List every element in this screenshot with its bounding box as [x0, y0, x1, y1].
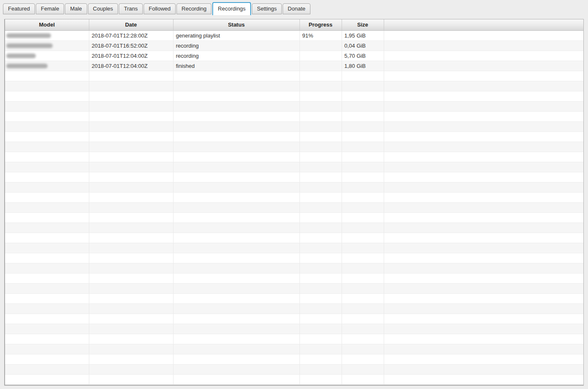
empty-row[interactable]: [5, 324, 583, 334]
column-header-status[interactable]: Status: [173, 19, 299, 30]
empty-cell: [299, 71, 342, 81]
empty-row[interactable]: [5, 364, 583, 374]
table-row[interactable]: 2018-07-01T12:04:00Zfinished1,80 GiB: [5, 61, 583, 71]
empty-row[interactable]: [5, 152, 583, 162]
empty-cell: [342, 192, 384, 202]
column-header-progress[interactable]: Progress: [299, 19, 342, 30]
empty-cell: [299, 263, 342, 273]
empty-row[interactable]: [5, 142, 583, 152]
cell-size: 1,80 GiB: [342, 61, 384, 71]
empty-cell: [299, 91, 342, 101]
empty-row[interactable]: [5, 354, 583, 364]
tab-male[interactable]: Male: [65, 3, 87, 14]
empty-cell: [299, 293, 342, 303]
empty-cell: [173, 81, 299, 91]
empty-row[interactable]: [5, 81, 583, 91]
empty-row[interactable]: [5, 91, 583, 101]
empty-cell: [299, 121, 342, 131]
empty-row[interactable]: [5, 303, 583, 314]
empty-row[interactable]: [5, 121, 583, 131]
empty-row[interactable]: [5, 182, 583, 192]
empty-cell: [384, 182, 583, 192]
empty-cell: [384, 243, 583, 253]
empty-row[interactable]: [5, 293, 583, 303]
empty-row[interactable]: [5, 374, 583, 384]
empty-cell: [5, 162, 89, 172]
table-row[interactable]: 2018-07-01T16:52:00Zrecording0,04 GiB: [5, 40, 583, 51]
empty-row[interactable]: [5, 334, 583, 344]
empty-cell: [342, 152, 384, 162]
empty-cell: [5, 354, 89, 364]
table-row[interactable]: 2018-07-01T12:04:00Zrecording5,70 GiB: [5, 51, 583, 61]
empty-cell: [173, 152, 299, 162]
empty-cell: [5, 374, 89, 384]
tab-donate[interactable]: Donate: [283, 3, 310, 14]
empty-row[interactable]: [5, 314, 583, 324]
empty-cell: [173, 243, 299, 253]
empty-row[interactable]: [5, 243, 583, 253]
empty-cell: [173, 334, 299, 344]
table-row[interactable]: 2018-07-01T12:28:00Zgenerating playlist9…: [5, 30, 583, 40]
empty-row[interactable]: [5, 71, 583, 81]
empty-row[interactable]: [5, 223, 583, 233]
tab-followed[interactable]: Followed: [144, 3, 176, 14]
empty-cell: [89, 233, 173, 243]
cell-progress: 91%: [299, 30, 342, 40]
empty-row[interactable]: [5, 253, 583, 263]
empty-cell: [299, 344, 342, 354]
empty-cell: [342, 131, 384, 142]
tab-featured[interactable]: Featured: [3, 3, 35, 14]
column-header-filler: [384, 19, 583, 30]
empty-cell: [384, 354, 583, 364]
empty-cell: [384, 334, 583, 344]
tab-trans[interactable]: Trans: [119, 3, 143, 14]
empty-cell: [89, 324, 173, 334]
empty-cell: [342, 162, 384, 172]
empty-cell: [5, 142, 89, 152]
empty-cell: [173, 314, 299, 324]
empty-cell: [89, 253, 173, 263]
cell-date: 2018-07-01T16:52:00Z: [89, 40, 173, 51]
empty-row[interactable]: [5, 202, 583, 212]
column-header-date[interactable]: Date: [89, 19, 173, 30]
tab-recording[interactable]: Recording: [176, 3, 211, 14]
redacted-model-name: [6, 33, 51, 38]
empty-cell: [342, 293, 384, 303]
tab-recordings[interactable]: Recordings: [212, 2, 251, 15]
column-header-size[interactable]: Size: [342, 19, 384, 30]
table-body: 2018-07-01T12:28:00Zgenerating playlist9…: [5, 30, 583, 384]
empty-cell: [5, 253, 89, 263]
empty-cell: [299, 364, 342, 374]
empty-row[interactable]: [5, 233, 583, 243]
empty-cell: [342, 142, 384, 152]
empty-cell: [299, 162, 342, 172]
empty-row[interactable]: [5, 263, 583, 273]
empty-cell: [342, 354, 384, 364]
empty-row[interactable]: [5, 344, 583, 354]
empty-row[interactable]: [5, 111, 583, 121]
empty-cell: [299, 233, 342, 243]
empty-row[interactable]: [5, 283, 583, 293]
empty-cell: [89, 172, 173, 182]
empty-row[interactable]: [5, 101, 583, 111]
empty-row[interactable]: [5, 131, 583, 142]
empty-row[interactable]: [5, 162, 583, 172]
empty-cell: [89, 111, 173, 121]
empty-cell: [5, 334, 89, 344]
cell-progress: [299, 51, 342, 61]
empty-cell: [89, 344, 173, 354]
tab-female[interactable]: Female: [36, 3, 64, 14]
empty-row[interactable]: [5, 273, 583, 283]
empty-row[interactable]: [5, 212, 583, 223]
empty-cell: [173, 212, 299, 223]
empty-cell: [299, 111, 342, 121]
column-header-model[interactable]: Model: [5, 19, 89, 30]
empty-cell: [5, 243, 89, 253]
empty-row[interactable]: [5, 192, 583, 202]
tab-couples[interactable]: Couples: [88, 3, 118, 14]
tab-settings[interactable]: Settings: [252, 3, 282, 14]
table-header-row: ModelDateStatusProgressSize: [5, 19, 583, 30]
empty-row[interactable]: [5, 172, 583, 182]
empty-cell: [5, 364, 89, 374]
empty-cell: [299, 131, 342, 142]
